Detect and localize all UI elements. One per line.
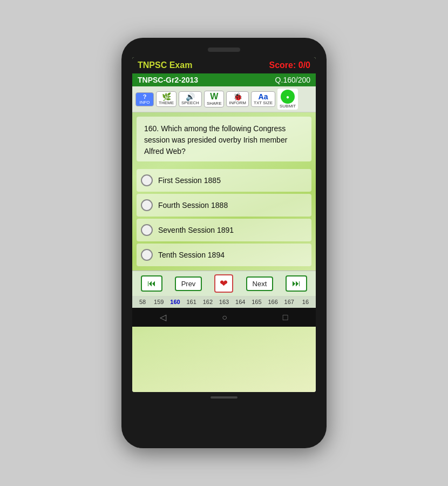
inform-icon: 🐞 [233,93,242,100]
score-display: Score: 0/0 [269,60,310,70]
option-3[interactable]: Seventh Session 1891 [137,219,311,241]
inform-button[interactable]: 🐞 INFORM [226,91,249,107]
phone-device: TNPSC Exam Score: 0/0 TNPSC-Gr2-2013 Q.1… [121,38,327,448]
option-2[interactable]: Fourth Session 1888 [137,194,311,217]
header-top: TNPSC Exam Score: 0/0 [132,57,316,73]
last-button[interactable]: ⏭ [286,275,307,292]
info-icon: ? [143,94,147,100]
recents-button[interactable]: □ [283,313,288,322]
option-4-label: Tenth Session 1894 [158,251,225,259]
option-4[interactable]: Tenth Session 1894 [137,244,311,266]
option-3-label: Seventh Session 1891 [158,226,234,234]
submit-button[interactable]: ● SUBMIT [277,89,298,110]
question-text: 160. Which among the following Congress … [144,123,304,157]
page-162[interactable]: 162 [200,298,216,306]
home-button[interactable]: ○ [222,313,227,322]
page-numbers: 58 159 160 161 162 163 164 165 166 167 1… [132,296,316,308]
submit-circle: ● [281,90,295,104]
share-icon: W [210,92,218,101]
phone-speaker [208,48,240,52]
speech-label: SPEECH [181,100,199,105]
header-sub: TNPSC-Gr2-2013 Q.160/200 [132,73,316,86]
phone-screen: TNPSC Exam Score: 0/0 TNPSC-Gr2-2013 Q.1… [132,57,316,392]
radio-1 [141,174,153,186]
bottom-nav: ⏮ Prev ❤ Next ⏭ [132,271,316,296]
exam-code: TNPSC-Gr2-2013 [138,76,198,84]
home-indicator [211,396,237,399]
share-label: SHARE [207,101,222,106]
option-1-label: First Session 1885 [158,176,221,185]
first-icon: ⏮ [147,279,156,288]
submit-label: SUBMIT [280,104,296,109]
theme-icon: 🌿 [162,93,171,100]
info-button[interactable]: ? INFO [135,92,154,106]
radio-2 [141,199,153,211]
back-button[interactable]: ◁ [160,312,166,322]
option-2-label: Fourth Session 1888 [158,201,228,210]
heart-icon: ❤ [220,278,228,289]
android-nav: ◁ ○ □ [132,308,316,327]
share-button[interactable]: W SHARE [204,91,225,107]
page-164[interactable]: 164 [232,298,248,306]
info-label: INFO [139,100,150,105]
page-166[interactable]: 166 [265,298,281,306]
txtsize-button[interactable]: Aa TXT SIZE [251,91,275,107]
page-160[interactable]: 160 [167,298,183,306]
first-button[interactable]: ⏮ [141,275,162,292]
option-1[interactable]: First Session 1885 [137,169,311,192]
prev-button[interactable]: Prev [175,276,202,291]
theme-label: THEME [159,100,174,105]
next-label: Next [253,280,267,288]
app-title: TNPSC Exam [138,60,192,70]
screen-content: TNPSC Exam Score: 0/0 TNPSC-Gr2-2013 Q.1… [132,57,316,327]
page-165[interactable]: 165 [248,298,264,306]
question-area: 160. Which among the following Congress … [137,117,311,161]
page-161[interactable]: 161 [184,298,200,306]
inform-label: INFORM [229,100,246,105]
next-button[interactable]: Next [246,276,274,291]
last-icon: ⏭ [292,279,301,288]
page-163[interactable]: 163 [216,298,232,306]
heart-button[interactable]: ❤ [214,274,233,293]
speech-button[interactable]: 🔊 SPEECH [179,91,202,107]
page-58[interactable]: 58 [134,298,151,306]
page-167[interactable]: 167 [281,298,297,306]
radio-3 [141,224,153,236]
speech-icon: 🔊 [186,93,195,100]
question-number: Q.160/200 [275,76,310,84]
page-159[interactable]: 159 [151,298,167,306]
theme-button[interactable]: 🌿 THEME [156,91,177,107]
options-area: First Session 1885 Fourth Session 1888 S… [132,165,316,271]
txtsize-label: TXT SIZE [254,100,273,105]
prev-label: Prev [181,280,196,288]
radio-4 [141,249,153,261]
txtsize-icon: Aa [259,93,268,100]
page-16x[interactable]: 16 [297,298,314,306]
toolbar: ? INFO 🌿 THEME 🔊 SPEECH W SHARE 🐞 I [132,86,316,112]
